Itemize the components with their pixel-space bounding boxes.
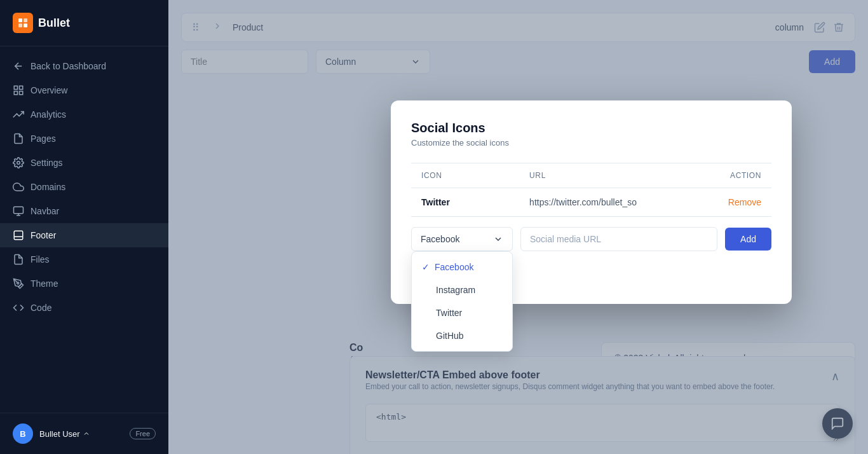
monitor-icon bbox=[13, 205, 24, 217]
sidebar-item-footer[interactable]: Footer bbox=[0, 223, 168, 247]
sidebar-item-pages-label: Pages bbox=[31, 134, 56, 144]
sidebar-user-footer: B Bullet User Free bbox=[0, 413, 168, 454]
sidebar-item-code-label: Code bbox=[31, 303, 51, 313]
platform-dropdown: ✓ Facebook Instagram Twitter GitHub bbox=[411, 251, 513, 352]
svg-rect-5 bbox=[20, 86, 23, 89]
table-header-icon: ICON bbox=[411, 163, 519, 188]
svg-rect-7 bbox=[20, 92, 23, 95]
avatar: B bbox=[13, 423, 33, 444]
code-icon bbox=[13, 302, 24, 313]
remove-button[interactable]: Remove bbox=[728, 197, 761, 207]
svg-rect-1 bbox=[24, 18, 27, 22]
settings-icon bbox=[13, 157, 24, 169]
logo-text: Bullet bbox=[38, 17, 70, 30]
social-icons-modal: Social Icons Customize the social icons … bbox=[391, 100, 792, 304]
sidebar-item-footer-label: Footer bbox=[31, 230, 56, 240]
logo-icon bbox=[13, 13, 33, 33]
sidebar-item-analytics-label: Analytics bbox=[31, 109, 66, 120]
sidebar-item-back[interactable]: Back to Dashboard bbox=[0, 54, 168, 78]
svg-rect-4 bbox=[14, 86, 17, 89]
user-name: Bullet User bbox=[39, 429, 123, 439]
sidebar-item-domains-label: Domains bbox=[31, 182, 65, 192]
sidebar-item-back-label: Back to Dashboard bbox=[31, 61, 106, 71]
twitter-label: Twitter bbox=[421, 197, 450, 207]
sidebar-item-domains[interactable]: Domains bbox=[0, 175, 168, 199]
dropdown-option-facebook[interactable]: ✓ Facebook bbox=[412, 256, 512, 279]
checkmark-icon: ✓ bbox=[422, 262, 430, 272]
svg-rect-3 bbox=[24, 24, 27, 27]
sidebar-item-theme-label: Theme bbox=[31, 279, 58, 289]
svg-rect-2 bbox=[18, 24, 22, 27]
svg-point-14 bbox=[17, 282, 19, 284]
sidebar-item-files[interactable]: Files bbox=[0, 247, 168, 272]
platform-select[interactable]: Facebook bbox=[411, 227, 513, 251]
social-url-input[interactable] bbox=[520, 227, 717, 251]
modal-add-row: Facebook ✓ Facebook Instagram Twi bbox=[411, 217, 771, 261]
chevron-up-icon bbox=[83, 430, 90, 437]
platform-select-wrapper: Facebook ✓ Facebook Instagram Twi bbox=[411, 227, 513, 251]
main-content: ⠿ Product column Column Add Social Icons… bbox=[168, 0, 868, 454]
modal-title: Social Icons bbox=[411, 121, 771, 135]
sidebar-logo: Bullet bbox=[0, 0, 168, 46]
svg-point-8 bbox=[17, 162, 20, 165]
sidebar-item-code[interactable]: Code bbox=[0, 296, 168, 320]
sidebar-item-settings[interactable]: Settings bbox=[0, 151, 168, 175]
svg-rect-0 bbox=[18, 18, 22, 22]
svg-rect-12 bbox=[14, 231, 23, 240]
dropdown-option-twitter[interactable]: Twitter bbox=[412, 301, 512, 324]
arrow-left-icon bbox=[13, 60, 24, 72]
sidebar: Bullet Back to Dashboard Overview Analyt… bbox=[0, 0, 168, 454]
user-info: Bullet User bbox=[39, 429, 123, 439]
sidebar-item-analytics[interactable]: Analytics bbox=[0, 102, 168, 127]
modal-add-button[interactable]: Add bbox=[725, 228, 771, 251]
trending-up-icon bbox=[13, 109, 24, 120]
table-header-url: URL bbox=[519, 163, 700, 188]
sidebar-item-pages[interactable]: Pages bbox=[0, 127, 168, 151]
modal-subtitle: Customize the social icons bbox=[411, 138, 771, 148]
cloud-icon bbox=[13, 181, 24, 193]
twitter-url: https://twitter.com/bullet_so bbox=[529, 197, 637, 207]
sidebar-item-overview-label: Overview bbox=[31, 85, 67, 95]
dropdown-option-instagram[interactable]: Instagram bbox=[412, 279, 512, 301]
grid-icon bbox=[13, 85, 24, 96]
sidebar-item-files-label: Files bbox=[31, 254, 50, 265]
dropdown-option-github[interactable]: GitHub bbox=[412, 324, 512, 347]
pages-icon bbox=[13, 133, 24, 144]
svg-rect-6 bbox=[14, 92, 17, 95]
theme-icon bbox=[13, 278, 24, 289]
footer-icon bbox=[13, 230, 24, 241]
platform-label: Facebook bbox=[421, 234, 459, 244]
free-badge-button[interactable]: Free bbox=[130, 428, 156, 439]
sidebar-item-theme[interactable]: Theme bbox=[0, 272, 168, 296]
sidebar-item-settings-label: Settings bbox=[31, 158, 63, 168]
files-icon bbox=[13, 254, 24, 265]
sidebar-item-navbar[interactable]: Navbar bbox=[0, 199, 168, 223]
svg-rect-9 bbox=[14, 207, 24, 214]
select-chevron-icon bbox=[493, 234, 503, 244]
table-header-action: ACTION bbox=[700, 163, 771, 188]
sidebar-item-navbar-label: Navbar bbox=[31, 206, 59, 216]
sidebar-navigation: Back to Dashboard Overview Analytics Pag… bbox=[0, 46, 168, 413]
table-row: Twitter https://twitter.com/bullet_so Re… bbox=[411, 188, 771, 217]
sidebar-item-overview[interactable]: Overview bbox=[0, 78, 168, 102]
social-icons-table: ICON URL ACTION Twitter https://twitter.… bbox=[411, 163, 771, 217]
